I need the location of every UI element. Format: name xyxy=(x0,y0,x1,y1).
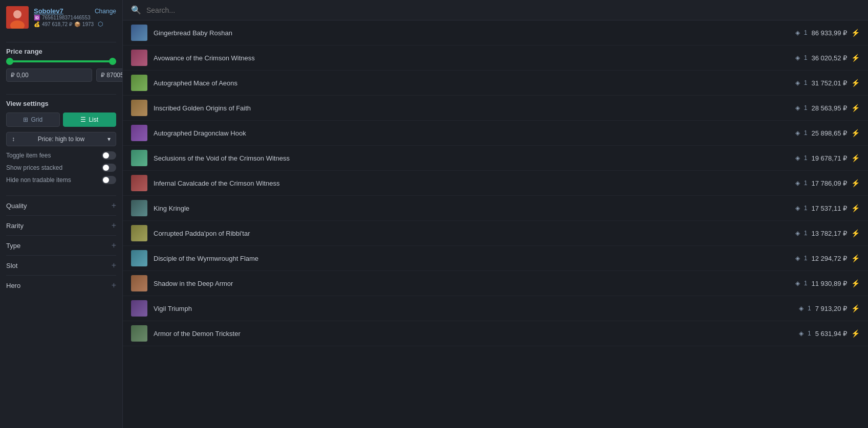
item-row[interactable]: Autographed Dragonclaw Hook◈125 898,65 ₽… xyxy=(123,121,868,146)
gem-icon: ◈ xyxy=(795,255,800,262)
item-price-section: ◈125 898,65 ₽⚡ xyxy=(795,129,860,137)
item-thumbnail xyxy=(131,50,147,66)
item-price: 19 678,71 ₽ xyxy=(812,154,847,162)
sidebar: Sobolev7 Change 🆔 76561198371446553 💰 49… xyxy=(0,0,123,428)
toggle-show-prices-stacked[interactable] xyxy=(102,164,116,172)
item-row[interactable]: Gingerbread Baby Roshan◈186 933,99 ₽⚡ xyxy=(123,20,868,46)
item-price: 7 913,20 ₽ xyxy=(815,305,847,312)
price-bolt-icon: ⚡ xyxy=(851,104,860,112)
range-track[interactable] xyxy=(6,60,116,62)
item-name: Gingerbread Baby Roshan xyxy=(154,29,795,37)
item-price-section: ◈15 631,94 ₽⚡ xyxy=(799,329,860,337)
search-icon: 🔍 xyxy=(131,5,141,15)
item-count: 1 xyxy=(804,104,808,111)
username[interactable]: Sobolev7 xyxy=(34,7,63,15)
grid-icon: ⊞ xyxy=(23,116,28,123)
chevron-down-icon: ▾ xyxy=(107,136,111,143)
gem-icon: ◈ xyxy=(799,330,804,337)
item-row[interactable]: Avowance of the Crimson Witness◈136 020,… xyxy=(123,46,868,71)
list-icon: ☰ xyxy=(80,116,86,123)
price-bolt-icon: ⚡ xyxy=(851,279,860,287)
change-button[interactable]: Change xyxy=(95,8,116,15)
item-count: 1 xyxy=(804,129,808,137)
item-price-section: ◈112 294,72 ₽⚡ xyxy=(795,254,860,262)
toggle-item-fees-label: Toggle item fees xyxy=(6,152,51,159)
item-thumbnail xyxy=(131,200,147,216)
item-row[interactable]: Vigil Triumph◈17 913,20 ₽⚡ xyxy=(123,296,868,321)
slot-expand-icon: + xyxy=(112,261,116,270)
item-price: 12 294,72 ₽ xyxy=(812,255,847,262)
filter-type[interactable]: Type + xyxy=(6,235,116,255)
item-name: Seclusions of the Void of the Crimson Wi… xyxy=(154,154,795,162)
steam-icon: ⬡ xyxy=(98,20,103,28)
item-price-section: ◈17 913,20 ₽⚡ xyxy=(799,304,860,312)
item-row[interactable]: Infernal Cavalcade of the Crimson Witnes… xyxy=(123,171,868,196)
rarity-label: Rarity xyxy=(6,222,24,230)
item-row[interactable]: Corrupted Padda'pon of Ribbi'tar◈113 782… xyxy=(123,221,868,246)
count-icon: 📦 xyxy=(74,21,80,27)
range-thumb-left[interactable] xyxy=(6,58,13,65)
search-bar: 🔍 xyxy=(123,0,868,20)
range-thumb-right[interactable] xyxy=(109,58,116,65)
sort-dropdown[interactable]: ↕ Price: high to low ▾ xyxy=(6,132,116,146)
hero-expand-icon: + xyxy=(112,281,116,290)
filter-hero[interactable]: Hero + xyxy=(6,275,116,295)
item-row[interactable]: Inscribed Golden Origins of Faith◈128 56… xyxy=(123,96,868,121)
item-price-section: ◈186 933,99 ₽⚡ xyxy=(795,29,860,37)
view-settings-label: View settings xyxy=(6,100,116,107)
item-thumbnail xyxy=(131,75,147,91)
item-row[interactable]: Disciple of the Wyrmwrought Flame◈112 29… xyxy=(123,246,868,271)
item-name: King Kringle xyxy=(154,205,795,212)
item-row[interactable]: Shadow in the Deep Armor◈111 930,89 ₽⚡ xyxy=(123,271,868,296)
item-name: Disciple of the Wyrmwrought Flame xyxy=(154,255,795,262)
search-input[interactable] xyxy=(146,6,860,14)
divider-2 xyxy=(6,94,116,95)
item-count: 1 xyxy=(804,179,808,187)
item-row[interactable]: Armor of the Demon Trickster◈15 631,94 ₽… xyxy=(123,321,868,346)
item-count: 1 xyxy=(804,205,808,212)
item-row[interactable]: Seclusions of the Void of the Crimson Wi… xyxy=(123,146,868,171)
show-prices-stacked-label: Show prices stacked xyxy=(6,164,62,171)
svg-point-1 xyxy=(13,10,21,18)
item-price: 25 898,65 ₽ xyxy=(812,129,847,137)
item-row[interactable]: King Kringle◈117 537,11 ₽⚡ xyxy=(123,196,868,221)
toggle-hide-non-tradable[interactable] xyxy=(102,176,116,184)
gem-icon: ◈ xyxy=(795,154,800,162)
item-thumbnail xyxy=(131,25,147,41)
grid-label: Grid xyxy=(31,116,42,123)
show-prices-stacked-row: Show prices stacked xyxy=(6,164,116,172)
quality-label: Quality xyxy=(6,202,27,210)
filter-rarity[interactable]: Rarity + xyxy=(6,215,116,235)
item-price-section: ◈119 678,71 ₽⚡ xyxy=(795,154,860,162)
list-button[interactable]: ☰ List xyxy=(63,112,117,127)
item-thumbnail xyxy=(131,325,147,342)
list-label: List xyxy=(89,116,98,123)
hero-label: Hero xyxy=(6,282,20,289)
type-label: Type xyxy=(6,242,20,250)
gem-icon: ◈ xyxy=(795,54,800,61)
item-row[interactable]: Autographed Mace of Aeons◈131 752,01 ₽⚡ xyxy=(123,71,868,96)
item-price-section: ◈136 020,52 ₽⚡ xyxy=(795,54,860,62)
item-price: 28 563,95 ₽ xyxy=(812,104,847,112)
item-thumbnail xyxy=(131,275,147,291)
toggle-item-fees[interactable] xyxy=(102,151,116,160)
filter-quality[interactable]: Quality + xyxy=(6,195,116,215)
item-count: 1 xyxy=(808,305,811,312)
item-price: 31 752,01 ₽ xyxy=(812,79,847,87)
user-balance-row: 💰 497 618,72 ₽ 📦 1973 ⬡ xyxy=(34,20,116,28)
slot-label: Slot xyxy=(6,262,17,269)
price-bolt-icon: ⚡ xyxy=(851,254,860,262)
price-bolt-icon: ⚡ xyxy=(851,129,860,137)
filter-slot[interactable]: Slot + xyxy=(6,255,116,275)
hide-non-tradable-row: Hide non tradable items xyxy=(6,176,116,184)
item-name: Autographed Mace of Aeons xyxy=(154,79,795,87)
item-price: 17 537,11 ₽ xyxy=(812,205,847,212)
item-thumbnail xyxy=(131,150,147,166)
grid-button[interactable]: ⊞ Grid xyxy=(6,112,60,127)
item-count: 1 xyxy=(804,54,808,61)
item-thumbnail xyxy=(131,125,147,141)
price-bolt-icon: ⚡ xyxy=(851,329,860,337)
price-max-input[interactable] xyxy=(96,69,123,82)
price-min-input[interactable] xyxy=(6,69,92,82)
item-price: 36 020,52 ₽ xyxy=(812,54,847,62)
